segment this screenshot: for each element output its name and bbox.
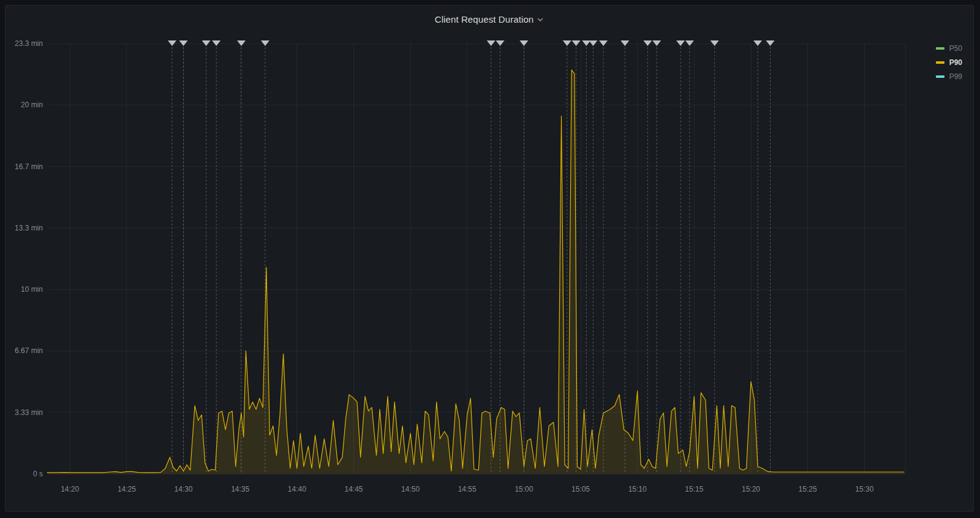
panel-title: Client Request Duration xyxy=(435,14,534,25)
panel-client-request-duration: Client Request Duration 0 s3.33 min6.67 … xyxy=(5,5,974,512)
legend-label-p99: P99 xyxy=(949,72,962,81)
gridlines xyxy=(48,44,905,474)
legend-swatch-p90 xyxy=(936,61,944,64)
svg-text:10 min: 10 min xyxy=(21,285,43,294)
legend-item-p90[interactable]: P90 xyxy=(936,58,962,67)
legend-label-p90: P90 xyxy=(949,58,962,67)
legend-item-p99[interactable]: P99 xyxy=(936,72,962,81)
svg-text:20 min: 20 min xyxy=(21,101,43,109)
chevron-down-icon xyxy=(537,16,544,23)
svg-text:14:35: 14:35 xyxy=(231,485,249,493)
svg-text:14:50: 14:50 xyxy=(401,485,420,493)
svg-text:15:00: 15:00 xyxy=(514,485,533,493)
svg-text:15:15: 15:15 xyxy=(685,485,703,493)
svg-text:16.7 min: 16.7 min xyxy=(15,162,43,171)
legend-item-p50[interactable]: P50 xyxy=(936,44,962,53)
time-series-chart[interactable]: 0 s3.33 min6.67 min10 min13.3 min16.7 mi… xyxy=(6,6,973,511)
svg-text:14:30: 14:30 xyxy=(174,485,192,493)
legend-swatch-p50 xyxy=(936,47,944,50)
svg-text:15:20: 15:20 xyxy=(742,485,760,493)
svg-text:15:05: 15:05 xyxy=(571,485,590,493)
svg-text:15:25: 15:25 xyxy=(799,485,817,493)
svg-text:15:10: 15:10 xyxy=(628,485,647,493)
svg-text:14:25: 14:25 xyxy=(118,485,136,493)
svg-text:0 s: 0 s xyxy=(33,470,43,478)
panel-header[interactable]: Client Request Duration xyxy=(6,6,973,32)
y-axis-labels: 0 s3.33 min6.67 min10 min13.3 min16.7 mi… xyxy=(15,39,43,478)
svg-text:14:55: 14:55 xyxy=(458,485,477,493)
legend-swatch-p99 xyxy=(936,75,944,78)
series-group xyxy=(47,70,904,474)
x-axis-labels: 14:2014:2514:3014:3514:4014:4514:5014:55… xyxy=(61,485,873,493)
svg-text:3.33 min: 3.33 min xyxy=(15,408,43,417)
legend-label-p50: P50 xyxy=(949,44,962,53)
series-area-p90 xyxy=(47,70,904,474)
svg-text:14:40: 14:40 xyxy=(288,485,306,493)
svg-text:6.67 min: 6.67 min xyxy=(15,346,43,355)
svg-text:13.3 min: 13.3 min xyxy=(15,224,43,232)
svg-text:14:20: 14:20 xyxy=(61,485,79,493)
svg-text:14:45: 14:45 xyxy=(344,485,363,493)
svg-text:15:30: 15:30 xyxy=(855,485,873,493)
svg-text:23.3 min: 23.3 min xyxy=(15,39,43,48)
legend: P50 P90 P99 xyxy=(936,44,962,81)
